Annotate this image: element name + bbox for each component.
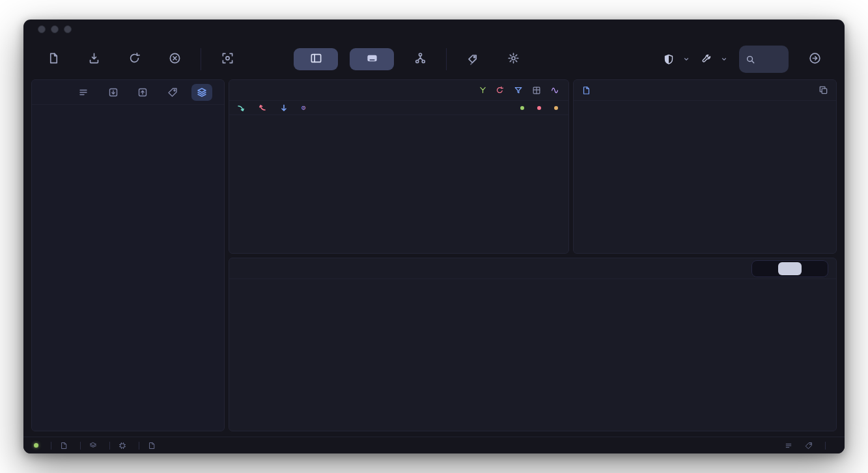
decompiler-panel (573, 79, 837, 254)
toolbar-separator (201, 48, 201, 70)
hex-table-header (237, 283, 836, 294)
list-icon (78, 87, 89, 98)
table-view-button[interactable] (531, 85, 542, 96)
tag-count[interactable] (805, 442, 817, 450)
copy-icon (819, 85, 828, 95)
filter-icon (514, 86, 523, 95)
traffic-zoom-button[interactable] (64, 25, 72, 33)
status-right (772, 442, 834, 450)
status-separator (80, 442, 81, 450)
toolbar-separator (446, 48, 447, 70)
disassembly-header (229, 80, 568, 101)
jump-arrow-icon (280, 104, 288, 112)
tag-icon (805, 442, 813, 450)
legend-conditional (237, 104, 248, 112)
app-window: ⊙ (23, 20, 845, 453)
width-32-button[interactable] (803, 262, 826, 275)
width-16-button[interactable] (778, 262, 802, 275)
loop-count (496, 86, 506, 94)
gear-icon (507, 51, 520, 64)
disassembly-rows (229, 115, 568, 253)
likely-dot (520, 106, 524, 110)
open-button[interactable] (39, 48, 68, 70)
decompiler-icon (310, 51, 322, 64)
chevron-down-icon (721, 56, 727, 62)
shield-icon (664, 54, 674, 64)
status-ready (34, 443, 42, 448)
list-icon (785, 442, 792, 450)
call-icon: ⊙ (301, 105, 306, 111)
traffic-minimize-button[interactable] (51, 25, 59, 33)
search-button[interactable] (739, 46, 789, 73)
top-row: ⊙ (229, 79, 837, 254)
settings-button[interactable] (499, 48, 527, 70)
analyze-button[interactable] (213, 48, 242, 70)
status-format[interactable] (89, 442, 101, 450)
decompiler-button[interactable] (294, 48, 338, 70)
filter-button[interactable] (512, 85, 524, 96)
hex-view-button[interactable] (350, 48, 394, 70)
status-separator (51, 442, 51, 450)
box-down-icon (108, 87, 119, 98)
functions-button[interactable] (253, 48, 282, 70)
width-8-button[interactable] (753, 262, 777, 275)
toolbar (23, 39, 845, 79)
status-arch[interactable] (119, 442, 130, 450)
reload-button[interactable] (120, 48, 148, 70)
chip-icon (119, 442, 126, 450)
layers-icon (197, 87, 207, 98)
hex-view-panel (229, 258, 837, 431)
status-bar (23, 437, 845, 453)
tab-list[interactable] (73, 84, 94, 101)
table-icon (532, 86, 541, 95)
disassembly-header-tools (479, 85, 561, 96)
analyze-icon (221, 51, 234, 64)
save-icon (88, 51, 100, 64)
loop-arrow-icon (259, 104, 266, 112)
file-icon (148, 442, 156, 450)
box-up-icon (137, 87, 148, 98)
layers-icon (89, 442, 97, 450)
hex-view-icon (366, 51, 378, 64)
branch-icon (479, 86, 487, 94)
sidebar-tabs (32, 80, 224, 105)
legend-loop (259, 104, 270, 112)
hex-table (229, 279, 836, 431)
status-separator (825, 442, 826, 450)
malware-dropdown[interactable] (664, 54, 690, 64)
cfg-button[interactable] (406, 48, 434, 70)
legend-jump (280, 104, 291, 112)
tab-strings[interactable] (162, 84, 183, 101)
decompiler-header (574, 80, 836, 101)
conditional-skip-icon (237, 104, 245, 112)
section-list (32, 105, 224, 431)
status-filename[interactable] (60, 442, 72, 450)
hex-view-header (229, 258, 836, 279)
file-icon (60, 442, 68, 450)
search-icon (746, 55, 755, 64)
copy-button[interactable] (819, 85, 828, 95)
sidebar (31, 79, 225, 431)
frida-dropdown[interactable] (701, 54, 727, 64)
tab-functions[interactable] (44, 84, 64, 101)
fifty-dot (554, 106, 558, 110)
flow-view-button[interactable] (549, 85, 561, 96)
close-icon (169, 51, 181, 64)
goto-icon (809, 51, 821, 64)
goto-button[interactable] (800, 48, 829, 70)
close-button[interactable] (160, 48, 189, 70)
legend-call: ⊙ (301, 105, 309, 111)
tab-imports[interactable] (103, 84, 124, 101)
document-icon (581, 86, 591, 95)
disassembly-panel: ⊙ (229, 79, 569, 254)
legend-5050 (554, 106, 561, 110)
tab-exports[interactable] (132, 84, 153, 101)
open-icon (48, 51, 60, 64)
width-segmented-control (751, 260, 828, 277)
tags-button[interactable] (458, 49, 487, 69)
save-button[interactable] (79, 48, 108, 70)
tab-sections[interactable] (191, 84, 212, 101)
traffic-close-button[interactable] (38, 25, 46, 33)
decompiler-code (574, 101, 836, 253)
list-count[interactable] (785, 442, 796, 450)
